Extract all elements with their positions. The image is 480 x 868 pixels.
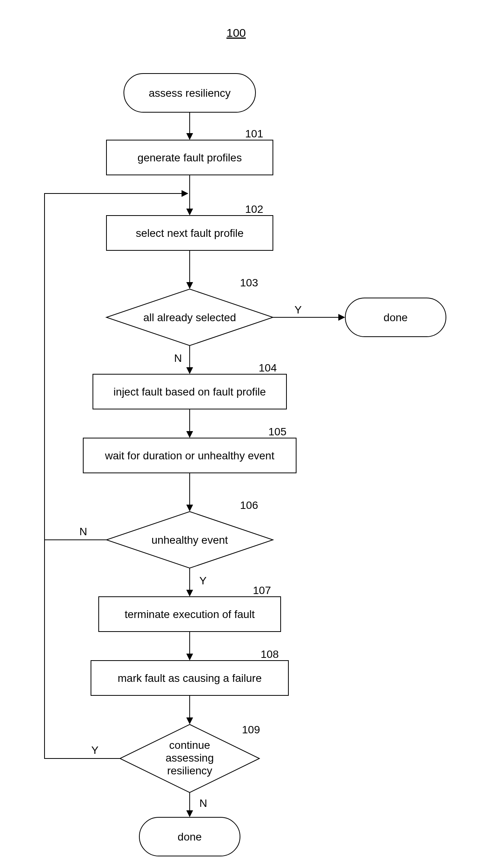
edge-109-no: N xyxy=(199,797,207,809)
decision-103-label: all already selected xyxy=(143,312,236,324)
connector-loop-109 xyxy=(45,540,120,758)
terminator-start-label: assess resiliency xyxy=(149,87,231,99)
process-102-label: select next fault profile xyxy=(136,227,244,239)
ref-103: 103 xyxy=(240,277,258,289)
edge-103-yes: Y xyxy=(295,304,302,316)
decision-109-label-2: assessing xyxy=(166,752,214,764)
ref-101: 101 xyxy=(245,128,263,140)
ref-108: 108 xyxy=(261,648,279,660)
terminator-done-103-label: done xyxy=(384,312,408,324)
edge-106-no: N xyxy=(79,526,87,538)
ref-105: 105 xyxy=(268,426,286,438)
process-108-label: mark fault as causing a failure xyxy=(118,672,262,684)
flowchart-diagram: 100 assess resiliency 101 generate fault… xyxy=(0,0,480,868)
ref-107: 107 xyxy=(253,584,271,596)
process-101-label: generate fault profiles xyxy=(137,152,242,164)
process-104-label: inject fault based on fault profile xyxy=(113,386,266,398)
edge-103-no: N xyxy=(174,352,182,364)
edge-106-yes: Y xyxy=(199,575,207,587)
ref-102: 102 xyxy=(245,203,263,215)
process-105-label: wait for duration or unhealthy event xyxy=(105,450,274,462)
figure-number: 100 xyxy=(226,26,246,39)
ref-106: 106 xyxy=(240,499,258,511)
process-107-label: terminate execution of fault xyxy=(125,608,255,620)
ref-104: 104 xyxy=(259,362,277,374)
decision-109-label-1: continue xyxy=(169,739,210,751)
terminator-end-label: done xyxy=(178,831,202,843)
decision-106-label: unhealthy event xyxy=(151,534,228,546)
ref-109: 109 xyxy=(242,724,260,736)
decision-109-label-3: resiliency xyxy=(167,765,213,777)
connector-loop-106 xyxy=(45,193,188,540)
edge-109-yes: Y xyxy=(91,744,99,756)
